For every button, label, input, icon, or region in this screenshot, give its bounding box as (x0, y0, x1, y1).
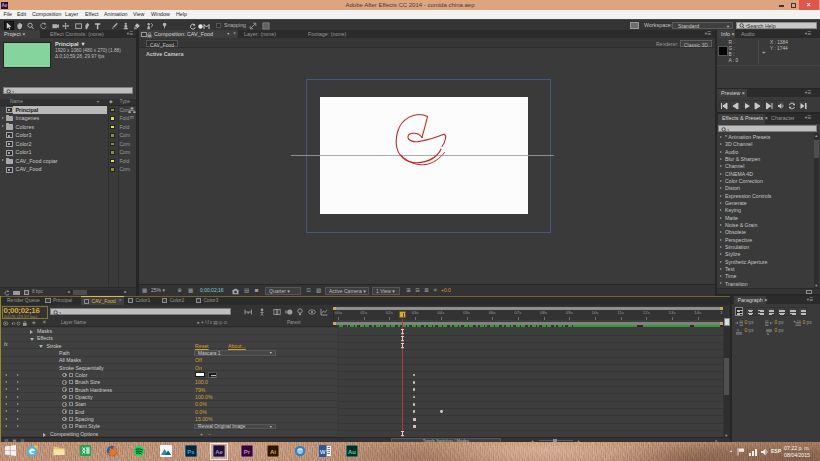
expander-icon[interactable] (2, 125, 4, 127)
grid-icon[interactable]: ▦ (187, 287, 194, 294)
taskbar-icon-audition[interactable]: Au (346, 445, 358, 457)
magnification-dropdown[interactable]: 25% ▾ (151, 288, 165, 293)
menu-composition[interactable]: Composition (32, 12, 61, 17)
expander-icon[interactable] (720, 187, 722, 189)
taskbar-icon-word[interactable]: w (319, 445, 331, 457)
keyframe-hold[interactable] (413, 418, 416, 421)
brainstorm-icon[interactable] (296, 308, 305, 316)
graph-toggle-icon[interactable] (69, 402, 73, 406)
viewer-timecode[interactable]: 0;00;02;16 (200, 288, 224, 293)
justify-last-left-button[interactable] (766, 307, 775, 316)
label-swatch[interactable] (110, 159, 115, 164)
zoom-tool-icon[interactable] (27, 22, 34, 30)
expander-icon[interactable] (720, 173, 722, 175)
label-swatch[interactable] (110, 108, 115, 113)
timeline-row-stroke[interactable]: fxStrokeResetAbout... (1, 342, 337, 349)
timeline-row-path[interactable]: PathMáscara 1▼ (1, 349, 337, 356)
prev-keyframe-icon[interactable] (5, 396, 7, 398)
taskbar-icon-photoshop[interactable]: Ps (185, 445, 197, 457)
panel-menu-icon[interactable]: ▾☰ (805, 32, 811, 37)
align-right-button[interactable] (756, 307, 765, 316)
graph-toggle-icon[interactable] (69, 417, 73, 421)
view-layout-dropdown[interactable]: 1 View ▾ (372, 287, 400, 295)
project-item-cav-food[interactable]: CAV_FoodCom (0, 166, 136, 174)
property-value[interactable]: 79% (195, 388, 205, 393)
hscroll-thumb[interactable] (73, 290, 87, 295)
roi-icon[interactable]: ⊡ (305, 287, 312, 294)
next-frame-button[interactable] (753, 100, 762, 109)
tab-paragraph-[interactable]: Paragraph × (734, 296, 766, 304)
label-swatch[interactable] (110, 125, 115, 130)
menu-effect[interactable]: Effect (85, 12, 98, 17)
taskbar-icon-file-explorer[interactable] (53, 445, 65, 456)
project-item-color1[interactable]: Color1Com (0, 149, 136, 157)
menu-animation[interactable]: Animation (104, 12, 128, 17)
project-list-header[interactable]: Name ▾ ◆ Type (0, 99, 136, 106)
expander-icon[interactable] (720, 202, 722, 204)
tab-audio[interactable]: Audio (737, 30, 755, 38)
menu-edit[interactable]: Edit (17, 12, 26, 17)
timeline-row-paint-style[interactable]: Paint StyleReveal Original Image▼ (1, 423, 337, 430)
brush-tool-icon[interactable] (111, 22, 118, 30)
loop-button[interactable] (787, 100, 796, 109)
property-value[interactable]: 15.00% (195, 417, 213, 422)
stopwatch-icon[interactable] (62, 424, 67, 429)
language-indicator[interactable]: ESP (771, 449, 781, 454)
close-button[interactable]: × (799, 0, 819, 10)
stopwatch-icon[interactable] (62, 387, 67, 392)
expander-icon[interactable] (720, 158, 722, 160)
expander-icon[interactable] (39, 345, 43, 348)
type-tool-icon[interactable] (94, 22, 101, 30)
previous-frame-button[interactable] (730, 100, 739, 109)
tab-composition-cav-food[interactable]: Composition: CAV_Food▼× (139, 30, 238, 38)
effect-category-obsolete[interactable]: Obsolete (717, 229, 813, 236)
taskbar-icon-excel[interactable] (80, 445, 91, 456)
show-snapshot-icon[interactable]: ▤ (243, 287, 250, 294)
align-center-button[interactable] (745, 307, 754, 316)
property-value[interactable]: 0.0% (195, 402, 207, 407)
new-folder-icon[interactable] (13, 291, 20, 296)
graph-toggle-icon[interactable] (69, 395, 73, 399)
project-hscrollbar[interactable]: ◀ ▶ (66, 290, 128, 296)
timeline-row-effects[interactable]: Effects (1, 335, 337, 342)
layer-name-column[interactable]: Layer Name (61, 321, 86, 326)
timeline-row-start[interactable]: Start0.0% (1, 401, 337, 408)
tray-clock-date[interactable]: 08/04/2015 (784, 453, 810, 458)
expander-icon[interactable] (720, 224, 722, 226)
ram-preview-button[interactable] (798, 100, 807, 109)
label-swatch[interactable] (110, 150, 115, 155)
taskbar-icon-illustrator[interactable]: Ai (267, 445, 279, 457)
graph-toggle-icon[interactable] (69, 380, 73, 384)
panel-menu-icon[interactable]: ▾☰ (805, 91, 811, 96)
next-keyframe-icon[interactable] (17, 388, 19, 390)
graph-toggle-icon[interactable] (69, 388, 73, 392)
taskbar-icon-windows-start[interactable] (5, 445, 16, 456)
timeline-row-spacing[interactable]: Spacing15.00% (1, 415, 337, 422)
taskbar-icon-after-effects[interactable]: Ae (213, 445, 225, 457)
scroll-right-icon[interactable]: ▶ (124, 291, 127, 295)
property-value[interactable]: 100.0% (195, 395, 213, 400)
shape-tool-icon[interactable] (75, 22, 82, 30)
interpret-footage-icon[interactable] (3, 290, 10, 296)
audio-button[interactable] (776, 100, 785, 109)
stopwatch-icon[interactable] (62, 380, 67, 385)
expander-icon[interactable] (30, 338, 34, 341)
prev-keyframe-icon[interactable] (5, 388, 7, 390)
timeline-row-brush-size[interactable]: Brush Size100.0 (1, 379, 337, 386)
menu-help[interactable]: Help (176, 12, 187, 17)
tab-effect-controls-none-[interactable]: Effect Controls: (none) (46, 30, 124, 38)
effect-category-text[interactable]: Text (717, 265, 813, 272)
expander-icon[interactable] (720, 195, 722, 197)
property-value[interactable]: 100.0 (195, 380, 208, 385)
expander-icon[interactable] (720, 165, 722, 167)
taskbar-icon-firefox[interactable] (106, 445, 118, 457)
volume-icon[interactable] (761, 448, 769, 456)
minimize-button[interactable] (779, 5, 784, 7)
clone-stamp-tool-icon[interactable] (122, 22, 129, 30)
menu-view[interactable]: View (133, 12, 144, 17)
prev-keyframe-icon[interactable] (5, 410, 7, 412)
safe-areas-icon[interactable]: ⊕ (176, 287, 183, 294)
column-type[interactable]: Type (120, 100, 130, 105)
timeline-row-masks[interactable]: Masks (1, 328, 337, 335)
effect-category-keying[interactable]: Keying (717, 207, 813, 214)
